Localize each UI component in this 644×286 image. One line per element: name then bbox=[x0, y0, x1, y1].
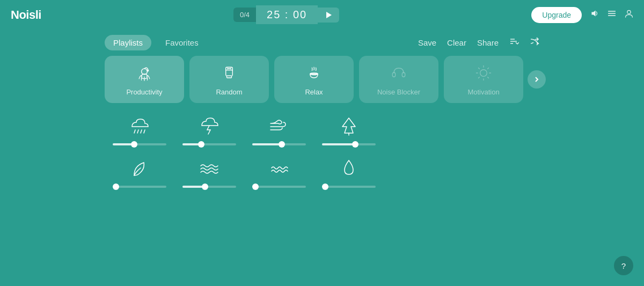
playlist-next-button[interactable] bbox=[528, 70, 546, 89]
tabs-right: Save Clear Share bbox=[418, 36, 539, 49]
svg-line-21 bbox=[478, 68, 479, 69]
tabs-area: Playlists Favorites Save Clear Share bbox=[0, 30, 644, 56]
svg-point-7 bbox=[147, 70, 149, 71]
help-label: ? bbox=[621, 261, 626, 270]
tab-favorites[interactable]: Favorites bbox=[157, 35, 207, 50]
playlist-card-productivity[interactable]: Productivity bbox=[105, 56, 184, 103]
waves-slider[interactable] bbox=[182, 186, 236, 188]
noise-blocker-icon bbox=[389, 63, 408, 85]
shuffle-icon[interactable] bbox=[530, 36, 539, 49]
user-icon[interactable] bbox=[625, 9, 633, 20]
timer-count: 0/4 bbox=[233, 8, 256, 22]
timer-play-button[interactable] bbox=[318, 8, 339, 23]
playlists-area: Productivity Random bbox=[0, 56, 644, 103]
sound-item-forest[interactable] bbox=[314, 114, 384, 145]
header-right: Upgrade bbox=[531, 7, 633, 23]
sounds-area bbox=[0, 103, 644, 188]
drop-icon bbox=[337, 156, 361, 182]
water-icon bbox=[267, 156, 291, 182]
svg-line-25 bbox=[134, 130, 135, 133]
svg-marker-1 bbox=[591, 10, 595, 16]
sounds-row-1 bbox=[105, 114, 539, 145]
svg-rect-9 bbox=[227, 76, 232, 78]
playlist-card-noise-blocker[interactable]: Noise Blocker bbox=[359, 56, 438, 103]
svg-line-23 bbox=[488, 68, 489, 69]
water-slider[interactable] bbox=[252, 186, 306, 188]
upgrade-button[interactable]: Upgrade bbox=[531, 7, 582, 23]
thunder-icon bbox=[197, 114, 221, 140]
svg-point-16 bbox=[480, 69, 487, 76]
random-icon bbox=[219, 63, 239, 85]
sound-item-rain[interactable] bbox=[105, 114, 174, 145]
sound-item-thunder[interactable] bbox=[174, 114, 244, 145]
svg-point-5 bbox=[627, 10, 631, 13]
motivation-label: Motivation bbox=[467, 88, 499, 96]
timer-area: 0/4 25 : 00 bbox=[233, 5, 339, 24]
waves-icon bbox=[197, 156, 221, 182]
productivity-label: Productivity bbox=[126, 88, 162, 96]
svg-line-22 bbox=[488, 77, 489, 78]
svg-line-24 bbox=[478, 77, 479, 78]
save-button[interactable]: Save bbox=[418, 38, 436, 47]
sound-item-waves[interactable] bbox=[174, 156, 244, 188]
clear-button[interactable]: Clear bbox=[447, 38, 466, 47]
sounds-row-2 bbox=[105, 156, 539, 188]
playlist-card-random[interactable]: Random bbox=[189, 56, 269, 103]
noise-blocker-label: Noise Blocker bbox=[377, 88, 420, 96]
motivation-icon bbox=[474, 63, 493, 85]
svg-line-26 bbox=[137, 130, 138, 133]
app-logo: Noisli bbox=[11, 8, 41, 22]
wind-slider[interactable] bbox=[252, 143, 306, 145]
share-button[interactable]: Share bbox=[477, 38, 499, 47]
sound-item-drop[interactable] bbox=[314, 156, 384, 188]
productivity-icon bbox=[135, 63, 154, 85]
drop-slider[interactable] bbox=[322, 186, 376, 188]
forest-icon bbox=[337, 114, 361, 140]
svg-marker-0 bbox=[326, 12, 332, 18]
relax-label: Relax bbox=[305, 88, 323, 96]
timer-display: 25 : 00 bbox=[256, 5, 318, 24]
list-icon[interactable] bbox=[608, 9, 616, 20]
header: Noisli 0/4 25 : 00 Upgrade bbox=[0, 0, 644, 30]
playlist-card-motivation[interactable]: Motivation bbox=[444, 56, 523, 103]
rain-slider[interactable] bbox=[113, 143, 166, 145]
relax-icon bbox=[304, 63, 324, 85]
playlist-cards: Productivity Random bbox=[105, 56, 523, 103]
svg-line-27 bbox=[141, 130, 142, 133]
leaf-icon bbox=[128, 156, 151, 182]
tabs-left: Playlists Favorites bbox=[105, 35, 207, 50]
sound-item-water[interactable] bbox=[244, 156, 314, 188]
sound-item-wind[interactable] bbox=[244, 114, 314, 145]
svg-point-6 bbox=[142, 68, 148, 74]
volume-icon[interactable] bbox=[590, 9, 599, 20]
sound-item-leaf[interactable] bbox=[105, 156, 174, 188]
playlist-card-relax[interactable]: Relax bbox=[274, 56, 354, 103]
leaf-slider[interactable] bbox=[113, 186, 166, 188]
rain-icon bbox=[128, 114, 151, 140]
help-button[interactable]: ? bbox=[614, 256, 633, 275]
random-label: Random bbox=[216, 88, 242, 96]
sort-icon[interactable] bbox=[509, 36, 519, 49]
svg-line-28 bbox=[144, 130, 145, 133]
wind-icon bbox=[267, 114, 291, 140]
tab-playlists[interactable]: Playlists bbox=[105, 35, 151, 50]
thunder-slider[interactable] bbox=[182, 143, 236, 145]
forest-slider[interactable] bbox=[322, 143, 376, 145]
